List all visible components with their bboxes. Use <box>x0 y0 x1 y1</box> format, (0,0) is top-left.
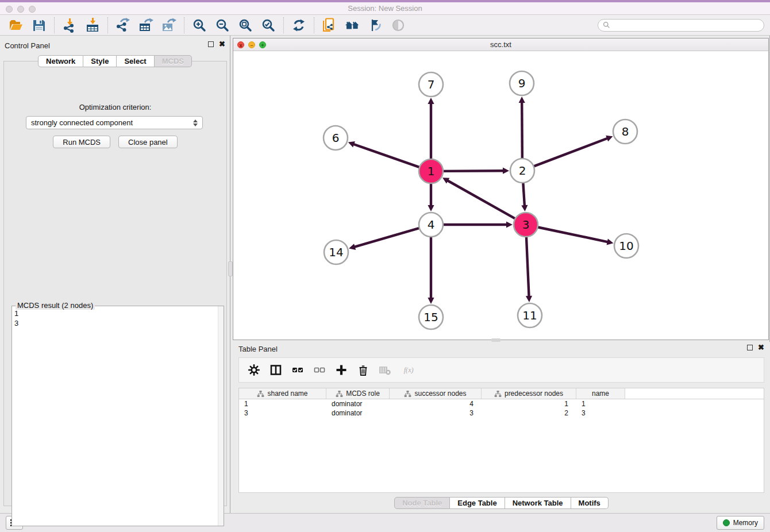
zoom-out-icon[interactable] <box>215 18 230 33</box>
toolbar-separator <box>314 17 314 33</box>
table-cell[interactable]: 2 <box>482 408 576 418</box>
control-panel-tabs: NetworkStyleSelectMCDS <box>0 55 230 67</box>
zoom-in-icon[interactable] <box>192 18 207 33</box>
graph-edge-2-9[interactable] <box>522 101 522 160</box>
graph-edge-1-6[interactable] <box>352 144 421 168</box>
control-panel: Control Panel ✖ NetworkStyleSelectMCDS O… <box>0 36 230 513</box>
network-canvas[interactable]: 7968124314101511 <box>233 51 768 340</box>
table-cell[interactable]: 4 <box>390 399 482 408</box>
select-stepper-icon <box>193 119 198 126</box>
tab-edge-table[interactable]: Edge Table <box>450 497 505 509</box>
node-table: shared nameMCDS rolesuccessor nodesprede… <box>238 388 764 493</box>
graph-edge-1-2[interactable] <box>441 171 505 171</box>
graph-edge-arrowhead <box>519 97 525 103</box>
export-network-icon[interactable] <box>116 18 130 33</box>
tab-node-table[interactable]: Node Table <box>394 497 450 509</box>
tab-network-table[interactable]: Network Table <box>505 497 571 509</box>
table-header-row: shared nameMCDS rolesuccessor nodesprede… <box>239 388 764 399</box>
graph-edge-3-11[interactable] <box>526 235 529 298</box>
column-header-shared-name[interactable]: shared name <box>239 388 326 399</box>
memory-button[interactable]: Memory <box>717 516 764 530</box>
delete-table-icon <box>378 364 392 376</box>
tab-motifs[interactable]: Motifs <box>571 497 609 509</box>
table-cell[interactable]: 3 <box>390 408 482 418</box>
graph-edge-4-14[interactable] <box>353 228 421 247</box>
app-title: Session: New Session <box>0 4 770 13</box>
birds-eye-view-icon[interactable] <box>391 18 406 33</box>
open-file-icon[interactable] <box>9 18 24 33</box>
graph-edge-arrowhead <box>428 205 434 211</box>
graph-node-label-8: 8 <box>622 125 629 138</box>
deselect-all-icon[interactable] <box>313 364 326 376</box>
function-builder-icon: f(x) <box>400 364 419 376</box>
graph-edge-arrowhead <box>526 296 532 302</box>
tab-select[interactable]: Select <box>117 55 154 67</box>
save-session-icon[interactable] <box>32 18 47 33</box>
network-home-icon[interactable] <box>345 18 360 33</box>
memory-status-icon <box>723 519 730 526</box>
table-row[interactable]: 3dominator323 <box>239 408 764 418</box>
import-table-icon[interactable] <box>85 18 100 33</box>
memory-label: Memory <box>733 519 758 527</box>
graph-edge-3-10[interactable] <box>536 227 609 242</box>
float-panel-icon[interactable] <box>208 41 214 47</box>
export-image-icon[interactable] <box>161 18 176 33</box>
graph-edge-3-1[interactable] <box>446 180 517 219</box>
column-header-successor-nodes[interactable]: successor nodes <box>390 388 482 399</box>
close-table-panel-icon[interactable]: ✖ <box>758 344 764 351</box>
graph-edge-arrowhead <box>428 298 434 304</box>
optimization-criterion-label: Optimization criterion: <box>4 103 226 111</box>
criterion-select[interactable]: strongly connected component <box>26 116 203 129</box>
zoom-fit-icon[interactable] <box>238 18 253 33</box>
table-settings-icon[interactable] <box>247 364 261 376</box>
tab-style[interactable]: Style <box>83 55 117 67</box>
table-cell[interactable]: 1 <box>482 399 576 408</box>
table-cell[interactable]: dominator <box>326 399 390 408</box>
delete-columns-icon[interactable] <box>356 364 370 376</box>
float-table-panel-icon[interactable] <box>747 345 753 350</box>
table-row[interactable]: 1dominator411 <box>239 399 764 408</box>
close-panel-icon[interactable]: ✖ <box>219 41 225 48</box>
select-all-icon[interactable] <box>291 364 305 376</box>
graph-node-label-6: 6 <box>332 131 340 145</box>
network-window-titlebar[interactable]: x – + scc.txt <box>233 38 768 51</box>
search-input[interactable] <box>613 21 759 29</box>
search-box[interactable] <box>598 19 764 32</box>
mcds-result-text[interactable]: 13 <box>14 309 215 525</box>
table-cell[interactable]: 1 <box>239 399 326 408</box>
result-scrollbar[interactable] <box>218 306 224 526</box>
table-tabs: Node TableEdge TableNetwork TableMotifs <box>233 497 770 509</box>
export-table-icon[interactable] <box>138 18 153 33</box>
column-header-label: shared name <box>267 390 307 398</box>
graph-node-label-15: 15 <box>424 310 438 324</box>
close-panel-button[interactable]: Close panel <box>118 136 178 148</box>
tab-network[interactable]: Network <box>38 55 83 67</box>
run-mcds-button[interactable]: Run MCDS <box>53 136 110 148</box>
table-cell[interactable]: 3 <box>239 408 326 418</box>
toolbar-separator <box>107 17 108 33</box>
column-header-name[interactable]: name <box>576 388 625 399</box>
add-column-icon[interactable] <box>334 364 348 376</box>
toggle-panel-icon[interactable] <box>269 364 283 376</box>
panel-split-handle[interactable] <box>228 261 233 276</box>
column-header-predecessor-nodes[interactable]: predecessor nodes <box>482 388 576 399</box>
graph-edge-2-8[interactable] <box>532 138 609 167</box>
toolbar-separator <box>283 17 284 33</box>
refresh-view-icon[interactable] <box>291 18 306 33</box>
column-header-MCDS-role[interactable]: MCDS role <box>326 388 390 399</box>
table-cell[interactable]: 3 <box>576 408 625 418</box>
table-cell[interactable]: 1 <box>576 399 625 408</box>
graph-edge-arrowhead <box>506 221 513 228</box>
clone-network-icon[interactable] <box>322 18 337 33</box>
graph-edge-2-3[interactable] <box>523 181 525 207</box>
tab-mcds[interactable]: MCDS <box>155 55 192 67</box>
table-cell[interactable]: dominator <box>326 408 390 418</box>
toggle-graphics-details-icon[interactable] <box>368 18 383 33</box>
column-header-label: successor nodes <box>414 390 466 398</box>
main-toolbar <box>0 15 770 36</box>
import-network-icon[interactable] <box>62 18 77 33</box>
graph-node-label-1: 1 <box>428 164 435 178</box>
graph-node-label-3: 3 <box>522 218 530 232</box>
toolbar-separator <box>184 17 184 33</box>
zoom-selected-icon[interactable] <box>261 18 276 33</box>
